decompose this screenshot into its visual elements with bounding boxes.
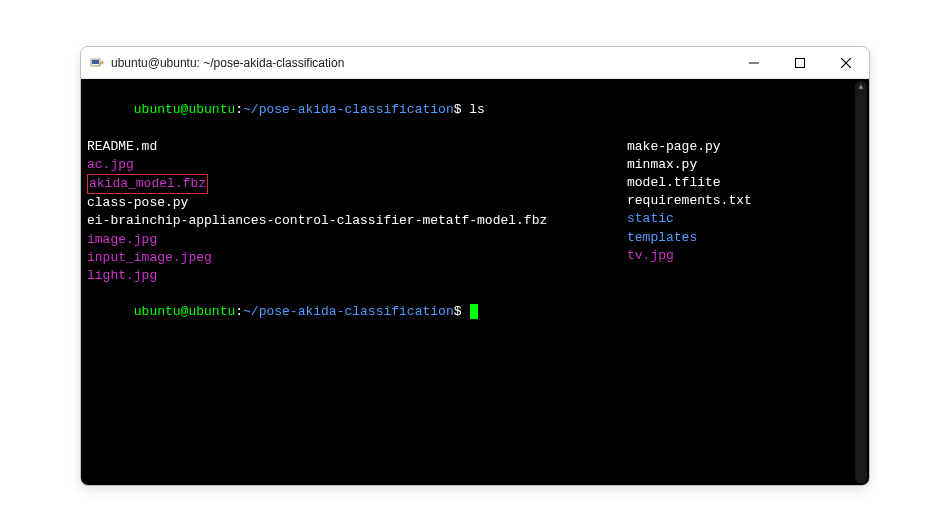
terminal-window: ubuntu@ubuntu: ~/pose-akida-classificati… [80,46,870,486]
file-name: tv.jpg [627,248,674,263]
file-name: minmax.py [627,157,697,172]
file-name: class-pose.py [87,195,188,210]
titlebar[interactable]: ubuntu@ubuntu: ~/pose-akida-classificati… [81,47,869,79]
prompt-path: ~/pose-akida-classification [243,102,454,117]
file-entry: static [627,210,752,228]
highlighted-file: akida_model.fbz [87,174,208,194]
file-name: image.jpg [87,232,157,247]
prompt-user-host: ubuntu@ubuntu [134,102,235,117]
file-name: templates [627,230,697,245]
window-controls [731,47,869,79]
maximize-button[interactable] [777,47,823,79]
file-entry: model.tflite [627,174,752,192]
file-entry: light.jpg [87,267,627,285]
file-entry: minmax.py [627,156,752,174]
svg-rect-3 [796,58,805,67]
file-name: input_image.jpeg [87,250,212,265]
terminal-body[interactable]: ▲ ubuntu@ubuntu:~/pose-akida-classificat… [81,79,869,485]
prompt-line-2: ubuntu@ubuntu:~/pose-akida-classificatio… [87,285,863,340]
cursor [470,304,478,319]
file-entry: requirements.txt [627,192,752,210]
command-ls: ls [469,102,485,117]
svg-rect-1 [92,60,99,64]
ls-output: README.mdac.jpgakida_model.fbzclass-pose… [87,138,863,286]
minimize-button[interactable] [731,47,777,79]
file-name: make-page.py [627,139,721,154]
file-entry: tv.jpg [627,247,752,265]
file-entry: akida_model.fbz [87,174,627,194]
file-name: ei-brainchip-appliances-control-classifi… [87,213,547,228]
file-name: model.tflite [627,175,721,190]
file-entry: make-page.py [627,138,752,156]
close-button[interactable] [823,47,869,79]
prompt-line-1: ubuntu@ubuntu:~/pose-akida-classificatio… [87,83,863,138]
file-entry: ac.jpg [87,156,627,174]
file-entry: class-pose.py [87,194,627,212]
scroll-up-icon[interactable]: ▲ [855,81,867,93]
file-entry: input_image.jpeg [87,249,627,267]
file-entry: image.jpg [87,231,627,249]
file-name: static [627,211,674,226]
scrollbar[interactable]: ▲ [855,81,867,483]
file-name: requirements.txt [627,193,752,208]
file-name: light.jpg [87,268,157,283]
file-name: README.md [87,139,157,154]
putty-icon [89,55,105,71]
file-name: ac.jpg [87,157,134,172]
file-entry: README.md [87,138,627,156]
file-entry: templates [627,229,752,247]
titlebar-title: ubuntu@ubuntu: ~/pose-akida-classificati… [111,56,731,70]
file-entry: ei-brainchip-appliances-control-classifi… [87,212,627,230]
